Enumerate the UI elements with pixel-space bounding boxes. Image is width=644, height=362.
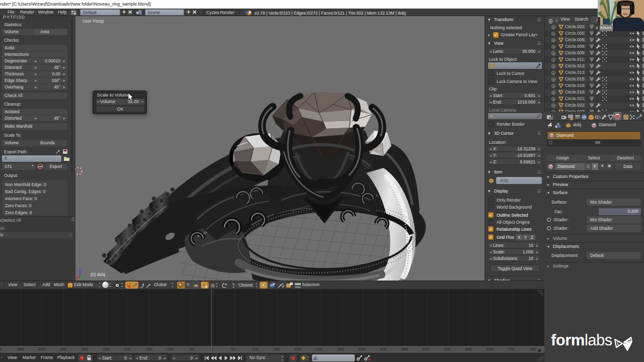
svg-text:z: z [81, 268, 83, 272]
svg-text:y: y [85, 277, 87, 281]
